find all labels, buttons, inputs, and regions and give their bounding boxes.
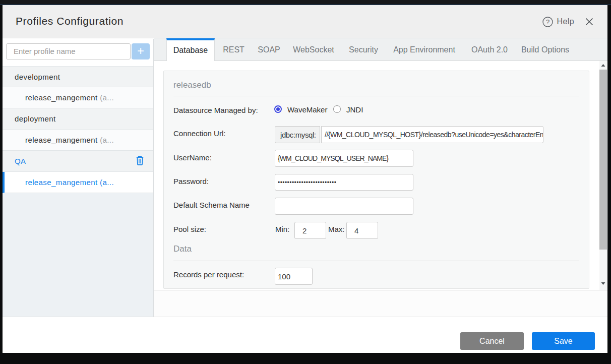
svg-text:?: ? bbox=[546, 18, 549, 26]
